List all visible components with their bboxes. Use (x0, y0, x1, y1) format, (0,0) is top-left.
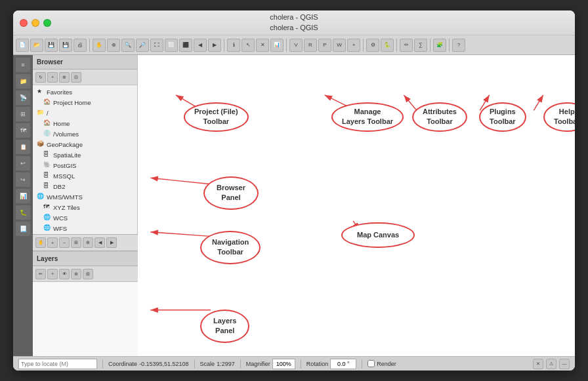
annotation-map-canvas: Map Canvas (341, 222, 415, 248)
redo-icon[interactable]: ↪ (16, 172, 30, 187)
browser-filter-icon[interactable]: ⊕ (59, 72, 70, 83)
overview-icon[interactable]: 🗺 (16, 123, 30, 138)
nav-back-icon[interactable]: ◀ (94, 237, 105, 248)
help-icon[interactable]: ? (452, 39, 465, 52)
stop-render-icon[interactable]: ✕ (533, 359, 543, 369)
add-wms-icon[interactable]: W (333, 39, 346, 52)
browser-xyz[interactable]: 🗺 XYZ Tiles (33, 202, 137, 212)
maximize-button[interactable] (43, 19, 51, 27)
log-icon[interactable]: 📋 (16, 140, 30, 154)
browser-spatialite[interactable]: 🗄 SpatiaLite (33, 150, 137, 160)
pan-icon[interactable]: ✋ (93, 39, 106, 52)
layers-visible-icon[interactable]: 👁 (59, 269, 70, 279)
layers-toolbar: ✏ + 👁 ⊕ ⊞ (33, 266, 138, 282)
rotation-input[interactable] (330, 359, 356, 369)
pan-to-selection-icon[interactable]: ⊕ (107, 39, 120, 52)
gps-icon[interactable]: 📡 (16, 90, 30, 105)
add-raster-icon[interactable]: R (304, 39, 317, 52)
add-vector-icon[interactable]: V (289, 39, 303, 52)
browser-panel-title: Browser (37, 58, 63, 66)
save-as-icon[interactable]: 💾 (59, 39, 72, 52)
layers-expand-icon[interactable]: ⊞ (83, 269, 93, 279)
layers-icon[interactable]: ≡ (16, 58, 30, 72)
browser-wfs[interactable]: 🌐 WFS (33, 223, 137, 233)
svg-line-3 (480, 95, 489, 110)
geopackage-icon: 📦 (37, 140, 45, 148)
new-project-icon[interactable]: 📄 (16, 39, 29, 52)
browser-refresh-icon[interactable]: ↻ (35, 72, 46, 83)
zoom-layer-icon[interactable]: ⬜ (165, 39, 178, 52)
favorites-icon: ★ (37, 88, 45, 96)
browser-root[interactable]: 📁 / (33, 108, 137, 118)
zoom-out-icon[interactable]: 🔎 (136, 39, 149, 52)
minimize-button[interactable] (32, 19, 39, 27)
layers-filter-icon[interactable]: ⊕ (71, 269, 81, 279)
zoom-next-icon[interactable]: ▶ (208, 39, 221, 52)
results-icon[interactable]: 📃 (16, 222, 30, 236)
status-minimize-icon[interactable]: — (559, 359, 570, 369)
browser-volumes[interactable]: 💿 /Volumes (33, 129, 137, 139)
db2-icon: 🗄 (43, 182, 51, 190)
statusbar: Coordinate -0.15395,51.52108 Scale 1:299… (13, 356, 575, 371)
svg-line-1 (325, 95, 353, 110)
browser-wms[interactable]: 🌐 WMS/WMTS (33, 191, 137, 202)
browser-tree: ★ Favorites 🏠 Project Home 📁 / 🏠 Home (33, 85, 137, 234)
zoom-last-icon[interactable]: ◀ (194, 39, 207, 52)
browser-favorites[interactable]: ★ Favorites (33, 87, 137, 97)
digitize-icon[interactable]: ✏ (400, 39, 413, 52)
nav-pan-icon[interactable]: ✋ (35, 237, 46, 248)
browser-collapse-icon[interactable]: ⊟ (71, 72, 81, 83)
browser-mssql[interactable]: 🗄 MSSQL (33, 170, 137, 181)
debug-icon[interactable]: 🐛 (16, 205, 30, 220)
annotation-navigation-toolbar: Navigation Toolbar (200, 231, 261, 264)
layers-add-group-icon[interactable]: + (47, 269, 58, 279)
add-layer-icon[interactable]: + (347, 39, 360, 52)
zoom-selection-icon[interactable]: ⬛ (179, 39, 192, 52)
stats-icon[interactable]: 📊 (16, 189, 30, 203)
open-table-icon[interactable]: 📊 (270, 39, 284, 52)
browser-add-icon[interactable]: + (47, 72, 58, 83)
magnifier-item: Magnifier (246, 359, 295, 369)
volumes-icon: 💿 (43, 130, 51, 138)
python-icon[interactable]: 🐍 (381, 39, 394, 52)
scale-label: Scale (200, 361, 215, 367)
print-icon[interactable]: 🖨 (74, 39, 87, 52)
close-button[interactable] (20, 19, 28, 27)
browser-home[interactable]: 🏠 Home (33, 118, 137, 129)
nav-zoom-out-icon[interactable]: − (59, 237, 70, 248)
browser-wcs[interactable]: 🌐 WCS (33, 212, 137, 223)
browser-icon[interactable]: 📁 (16, 74, 30, 89)
undo-icon[interactable]: ↩ (16, 156, 30, 170)
field-calc-icon[interactable]: ∑ (414, 39, 427, 52)
tile-scale-icon[interactable]: ⊞ (16, 107, 30, 121)
nav-layer-icon[interactable]: ⊕ (83, 237, 93, 248)
main-window: cholera - QGIS cholera - QGIS 📄 📂 💾 💾 🖨 … (13, 10, 575, 371)
nav-zoom-full-icon[interactable]: ⊞ (71, 237, 81, 248)
save-project-icon[interactable]: 💾 (45, 39, 58, 52)
browser-db2[interactable]: 🗄 DB2 (33, 181, 137, 191)
processing-icon[interactable]: ⚙ (366, 39, 379, 52)
nav-forward-icon[interactable]: ▶ (106, 237, 117, 248)
zoom-in-icon[interactable]: 🔍 (121, 39, 135, 52)
locate-input[interactable] (18, 359, 97, 369)
layers-open-editor-icon[interactable]: ✏ (35, 269, 46, 279)
open-project-icon[interactable]: 📂 (30, 39, 43, 52)
plugins-icon[interactable]: 🧩 (433, 39, 446, 52)
select-icon[interactable]: ↖ (242, 39, 255, 52)
annotation-layers-panel: Layers Panel (200, 310, 249, 343)
render-checkbox[interactable] (368, 360, 375, 367)
deselect-icon[interactable]: ✕ (256, 39, 269, 52)
browser-project-home[interactable]: 🏠 Project Home (33, 97, 137, 108)
navigation-toolbar-strip: ✋ + − ⊞ ⊕ ◀ ▶ (33, 234, 138, 251)
magnifier-input[interactable] (272, 359, 295, 369)
browser-postgis[interactable]: 🐘 PostGIS (33, 160, 137, 170)
status-sep-3 (240, 359, 241, 369)
add-postgis-icon[interactable]: P (318, 39, 331, 52)
nav-zoom-in-icon[interactable]: + (47, 237, 58, 248)
browser-geopackage[interactable]: 📦 GeoPackage (33, 139, 137, 150)
map-canvas[interactable]: Project (File) Toolbar Manage Layers Too… (138, 55, 575, 356)
window-controls (20, 19, 51, 27)
identify-icon[interactable]: ℹ (227, 39, 240, 52)
log-messages-icon[interactable]: ⚠ (546, 359, 556, 369)
zoom-full-icon[interactable]: ⛶ (150, 39, 163, 52)
